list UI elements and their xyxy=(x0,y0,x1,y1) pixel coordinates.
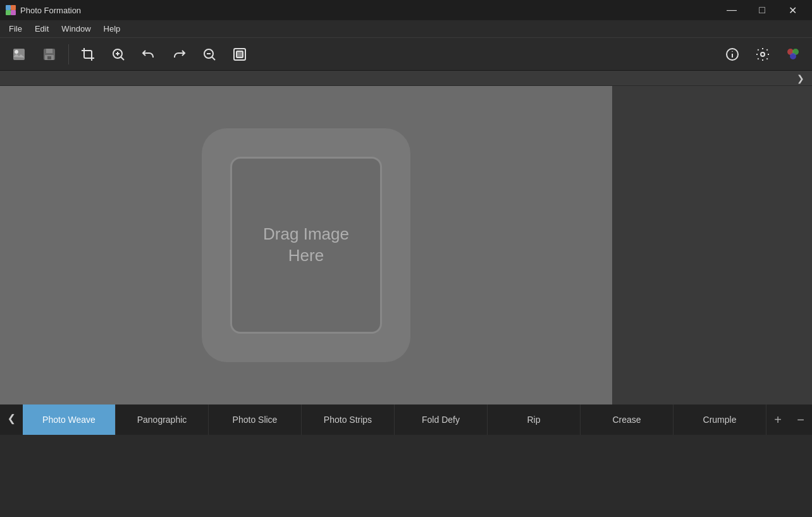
title-bar-left: Photo Formation xyxy=(5,4,81,16)
svg-rect-2 xyxy=(6,10,11,15)
drop-text: Drag ImageHere xyxy=(263,224,349,267)
tab-crease[interactable]: Crease xyxy=(581,404,674,435)
open-image-button[interactable] xyxy=(5,42,33,67)
close-button[interactable]: ✕ xyxy=(778,0,807,20)
svg-rect-9 xyxy=(47,56,51,59)
info-button[interactable] xyxy=(718,42,746,67)
tab-photo-weave[interactable]: Photo Weave xyxy=(23,404,116,435)
expand-icon[interactable]: ❯ xyxy=(797,73,804,83)
menu-edit[interactable]: Edit xyxy=(28,21,55,36)
menu-file[interactable]: File xyxy=(3,21,28,36)
tab-photo-slice[interactable]: Photo Slice xyxy=(209,404,302,435)
tab-scroll-left[interactable]: ❯ xyxy=(0,404,23,435)
undo-button[interactable] xyxy=(135,42,163,67)
minimize-button[interactable]: — xyxy=(717,0,746,20)
tab-panographic[interactable]: Panographic xyxy=(116,404,209,435)
svg-rect-3 xyxy=(11,10,16,15)
svg-rect-7 xyxy=(46,49,52,53)
save-button[interactable] xyxy=(35,42,63,67)
effects-button[interactable] xyxy=(779,42,807,67)
fit-window-button[interactable] xyxy=(226,42,254,67)
svg-point-25 xyxy=(790,53,796,59)
drop-zone-inner: Drag ImageHere xyxy=(230,157,382,334)
toolbar xyxy=(0,38,812,71)
menu-window[interactable]: Window xyxy=(55,21,97,36)
svg-point-21 xyxy=(732,51,733,52)
canvas-panel: Drag ImageHere xyxy=(0,86,612,404)
zoom-in-button[interactable] xyxy=(104,42,132,67)
toolbar-separator-1 xyxy=(68,44,69,64)
settings-button[interactable] xyxy=(749,42,777,67)
tab-rip[interactable]: Rip xyxy=(488,404,581,435)
svg-line-15 xyxy=(212,57,216,60)
zoom-out-button[interactable] xyxy=(195,42,223,67)
svg-rect-1 xyxy=(11,5,16,10)
title-bar: Photo Formation — □ ✕ xyxy=(0,0,812,20)
arrow-bar: ❯ xyxy=(0,71,812,86)
svg-rect-4 xyxy=(13,49,25,60)
svg-rect-0 xyxy=(6,5,11,10)
main-area: Drag ImageHere xyxy=(0,86,812,404)
title-bar-controls: — □ ✕ xyxy=(717,0,807,20)
app-title: Photo Formation xyxy=(20,6,81,15)
tab-crumple[interactable]: Crumple xyxy=(674,404,766,435)
drop-zone[interactable]: Drag ImageHere xyxy=(202,128,410,362)
svg-point-22 xyxy=(761,52,765,56)
svg-point-5 xyxy=(15,51,18,53)
menu-bar: File Edit Window Help xyxy=(0,20,812,38)
tab-add-button[interactable]: + xyxy=(766,404,789,435)
tab-fold-defy[interactable]: Fold Defy xyxy=(395,404,488,435)
svg-rect-18 xyxy=(237,51,243,58)
maximize-button[interactable]: □ xyxy=(747,0,777,20)
right-panel xyxy=(612,86,812,404)
svg-line-11 xyxy=(121,57,125,60)
app-icon xyxy=(5,4,16,16)
bottom-space xyxy=(0,435,812,517)
crop-button[interactable] xyxy=(74,42,102,67)
tab-photo-strips[interactable]: Photo Strips xyxy=(302,404,395,435)
redo-button[interactable] xyxy=(165,42,193,67)
menu-help[interactable]: Help xyxy=(97,21,127,36)
tab-remove-button[interactable]: − xyxy=(789,404,812,435)
bottom-tabs: ❯ Photo Weave Panographic Photo Slice Ph… xyxy=(0,404,812,435)
